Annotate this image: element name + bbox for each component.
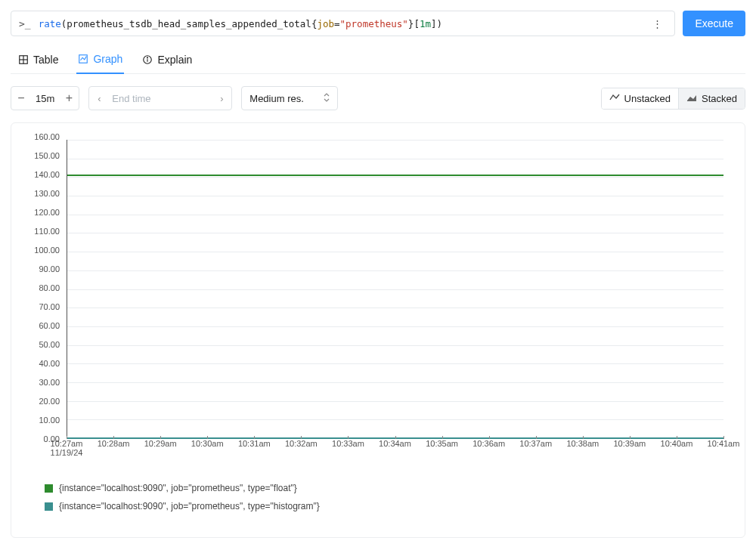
x-tick-label: 10:38am — [566, 439, 600, 448]
x-tick-label: 10:39am — [613, 439, 646, 448]
stacked-label: Stacked — [702, 93, 737, 104]
x-tick-label: 10:29am — [144, 439, 177, 448]
y-tick-label: 90.00 — [39, 264, 60, 274]
tab-explain-label: Explain — [157, 54, 192, 66]
time-range-stepper[interactable]: − 15m + — [11, 86, 79, 110]
resolution-select[interactable]: Medium res. — [241, 86, 338, 110]
x-tick-label: 10:27am11/19/24 — [50, 439, 83, 457]
stack-toggle: Unstacked Stacked — [601, 88, 745, 110]
chart-panel: 0.0010.0020.0030.0040.0050.0060.0070.008… — [11, 122, 745, 538]
y-tick-label: 40.00 — [39, 359, 60, 368]
tab-table-label: Table — [33, 54, 58, 66]
y-tick-label: 10.00 — [39, 416, 60, 425]
explain-icon — [142, 54, 153, 65]
legend-label: {instance="localhost:9090", job="prometh… — [59, 483, 297, 493]
x-tick-label: 10:41am — [707, 439, 740, 448]
legend-label: {instance="localhost:9090", job="prometh… — [59, 501, 320, 511]
legend-item[interactable]: {instance="localhost:9090", job="prometh… — [45, 501, 731, 511]
x-tick-label: 10:34am — [379, 439, 412, 448]
y-tick-label: 150.00 — [34, 151, 60, 160]
y-tick-label: 120.00 — [34, 208, 60, 217]
y-tick-label: 30.00 — [39, 378, 60, 387]
prompt-icon: >_ — [19, 18, 31, 29]
unstacked-icon — [609, 93, 620, 104]
legend: {instance="localhost:9090", job="prometh… — [25, 483, 731, 511]
end-time-next-button[interactable]: › — [212, 93, 231, 104]
y-tick-label: 50.00 — [39, 340, 60, 349]
x-tick-label: 10:35am — [426, 439, 459, 448]
query-expression: rate(prometheus_tsdb_head_samples_append… — [39, 18, 649, 29]
x-tick-label: 10:31am — [237, 439, 271, 448]
y-tick-label: 160.00 — [34, 132, 60, 141]
select-caret-icon — [324, 93, 330, 104]
y-tick-label: 140.00 — [34, 170, 60, 179]
x-tick-label: 10:33am — [331, 439, 364, 448]
series-line — [67, 175, 723, 176]
end-time-placeholder: End time — [109, 93, 212, 104]
y-tick-label: 100.00 — [34, 246, 60, 255]
x-tick-label: 10:40am — [660, 439, 693, 448]
table-icon — [18, 54, 29, 65]
view-tabs: Table Graph Explain — [11, 47, 745, 74]
y-tick-label: 80.00 — [39, 283, 60, 292]
tab-explain[interactable]: Explain — [141, 47, 194, 73]
legend-swatch — [45, 484, 53, 493]
range-increase-button[interactable]: + — [59, 91, 79, 105]
svg-rect-3 — [79, 55, 88, 63]
query-menu-icon[interactable]: ⋮ — [648, 18, 667, 29]
tab-graph[interactable]: Graph — [76, 47, 124, 74]
unstacked-label: Unstacked — [624, 93, 671, 104]
y-tick-label: 110.00 — [34, 227, 60, 236]
stacked-icon — [686, 93, 697, 104]
x-tick-label: 10:37am — [519, 439, 553, 448]
y-axis: 0.0010.0020.0030.0040.0050.0060.0070.008… — [25, 137, 63, 439]
query-input[interactable]: >_ rate(prometheus_tsdb_head_samples_app… — [11, 11, 675, 36]
range-value: 15m — [31, 93, 59, 104]
chart-area[interactable]: 0.0010.0020.0030.0040.0050.0060.0070.008… — [25, 137, 731, 462]
x-tick-label: 10:32am — [284, 439, 318, 448]
x-tick-label: 10:28am — [97, 439, 130, 448]
legend-item[interactable]: {instance="localhost:9090", job="prometh… — [45, 483, 731, 493]
graph-icon — [78, 54, 88, 64]
execute-button[interactable]: Execute — [683, 11, 745, 36]
plot-region — [67, 140, 723, 439]
stacked-button[interactable]: Stacked — [678, 88, 745, 109]
end-time-picker[interactable]: ‹ End time › — [88, 86, 232, 110]
end-time-prev-button[interactable]: ‹ — [89, 93, 109, 104]
y-tick-label: 70.00 — [39, 302, 60, 311]
range-decrease-button[interactable]: − — [11, 91, 31, 105]
y-tick-label: 60.00 — [39, 321, 60, 330]
tab-table[interactable]: Table — [17, 47, 60, 73]
y-tick-label: 20.00 — [39, 397, 60, 406]
unstacked-button[interactable]: Unstacked — [602, 88, 678, 109]
svg-point-6 — [147, 57, 148, 57]
tab-graph-label: Graph — [93, 53, 122, 65]
resolution-label: Medium res. — [249, 93, 304, 104]
x-tick-label: 10:36am — [472, 439, 506, 448]
x-tick-label: 10:30am — [191, 439, 224, 448]
y-tick-label: 130.00 — [34, 189, 60, 198]
x-axis: 10:27am11/19/2410:28am10:29am10:30am10:3… — [67, 439, 723, 462]
legend-swatch — [45, 502, 53, 511]
